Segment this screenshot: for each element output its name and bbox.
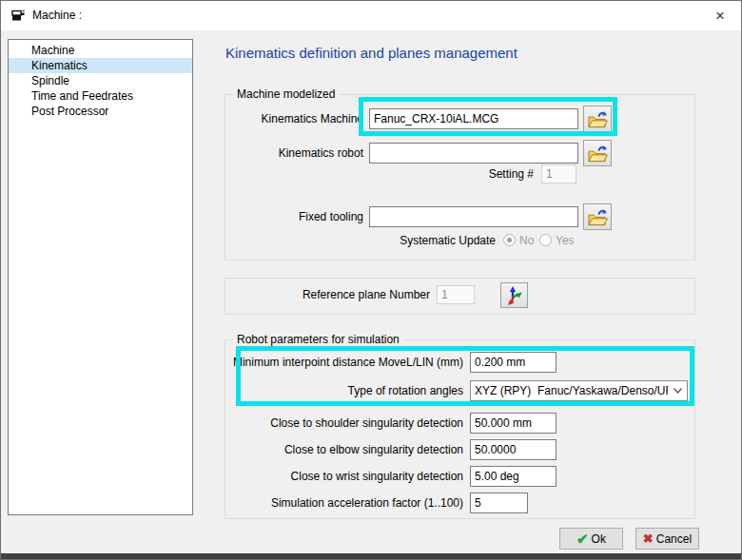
open-folder-icon	[587, 145, 608, 163]
kinematics-machine-input[interactable]	[369, 108, 578, 129]
page-title: Kinematics definition and planes managem…	[225, 45, 517, 61]
sidebar-item-post-processor[interactable]: Post Processor	[9, 104, 192, 119]
machine-modelized-group: Machine modelized Kinematics Machine Kin…	[225, 94, 695, 261]
xyz-axes-icon	[504, 285, 524, 305]
systematic-update-yes-label: Yes	[556, 234, 575, 248]
title-bar: Machine : ×	[1, 1, 741, 30]
sidebar-item-time-feedrates[interactable]: Time and Feedrates	[9, 88, 192, 104]
open-folder-icon	[587, 110, 608, 128]
acceleration-factor-label: Simulation acceleration factor (1..100)	[271, 492, 463, 513]
kinematics-robot-browse-button[interactable]	[583, 140, 612, 166]
fixed-tooling-browse-button[interactable]	[583, 203, 612, 230]
robot-parameters-group: Robot parameters for simulation Minimum …	[225, 339, 695, 519]
window-bottom-edge	[0, 553, 742, 560]
kinematics-machine-label: Kinematics Machine	[262, 108, 363, 129]
x-icon: ✖	[643, 532, 654, 545]
category-list: Machine Kinematics Spindle Time and Feed…	[8, 39, 193, 515]
sidebar-item-spindle[interactable]: Spindle	[9, 73, 192, 88]
shoulder-singularity-input[interactable]	[470, 413, 556, 434]
fixed-tooling-input[interactable]	[369, 206, 578, 227]
sidebar-item-kinematics[interactable]: Kinematics	[9, 58, 192, 73]
rotation-angles-select[interactable]: XYZ (RPY) Fanuc/Yaskawa/Denso/UR/Elit	[470, 380, 688, 401]
cancel-button-label: Cancel	[656, 532, 692, 546]
window-title: Machine :	[32, 9, 82, 22]
wrist-singularity-input[interactable]	[470, 466, 556, 487]
machine-icon	[10, 9, 27, 24]
rotation-angles-value: XYZ (RPY) Fanuc/Yaskawa/Denso/UR/Elit	[471, 384, 668, 397]
systematic-update-label: Systematic Update	[400, 233, 496, 248]
reference-plane-label: Reference plane Number	[303, 285, 430, 304]
shoulder-singularity-label: Close to shoulder singularity detection	[270, 413, 463, 434]
systematic-update-no-radio	[503, 234, 516, 246]
acceleration-factor-input[interactable]	[470, 492, 528, 513]
ok-button-label: Ok	[592, 532, 606, 546]
wrist-singularity-label: Close to wrist singularity detection	[291, 466, 463, 487]
setting-number-input	[541, 164, 576, 183]
sidebar-item-machine[interactable]: Machine	[9, 43, 192, 58]
kinematics-robot-label: Kinematics robot	[279, 143, 363, 164]
open-folder-icon	[587, 208, 608, 226]
fixed-tooling-label: Fixed tooling	[299, 206, 363, 227]
group-title: Machine modelized	[233, 87, 339, 101]
reference-plane-input	[437, 285, 475, 304]
check-icon: ✔	[576, 531, 589, 546]
systematic-update-yes-radio	[539, 234, 552, 246]
min-interpoint-distance-input[interactable]	[470, 352, 556, 373]
elbow-singularity-label: Close to elbow singularity detection	[284, 439, 463, 460]
cancel-button[interactable]: ✖ Cancel	[635, 528, 699, 550]
kinematics-machine-browse-button[interactable]	[583, 106, 612, 132]
rotation-angles-label: Type of rotation angles	[348, 380, 463, 401]
min-interpoint-distance-label: Minimum interpoint distance MoveL/LIN (m…	[233, 352, 463, 373]
setting-number-label: Setting #	[489, 164, 534, 183]
reference-plane-axes-button[interactable]	[500, 282, 528, 308]
chevron-down-icon	[668, 388, 687, 394]
kinematics-robot-input[interactable]	[369, 143, 578, 164]
systematic-update-no-label: No	[519, 234, 534, 248]
elbow-singularity-input[interactable]	[470, 439, 556, 460]
close-icon[interactable]: ×	[705, 5, 735, 28]
ok-button[interactable]: ✔ Ok	[559, 528, 623, 550]
group-title: Robot parameters for simulation	[233, 333, 403, 346]
reference-plane-group: Reference plane Number	[225, 278, 695, 315]
